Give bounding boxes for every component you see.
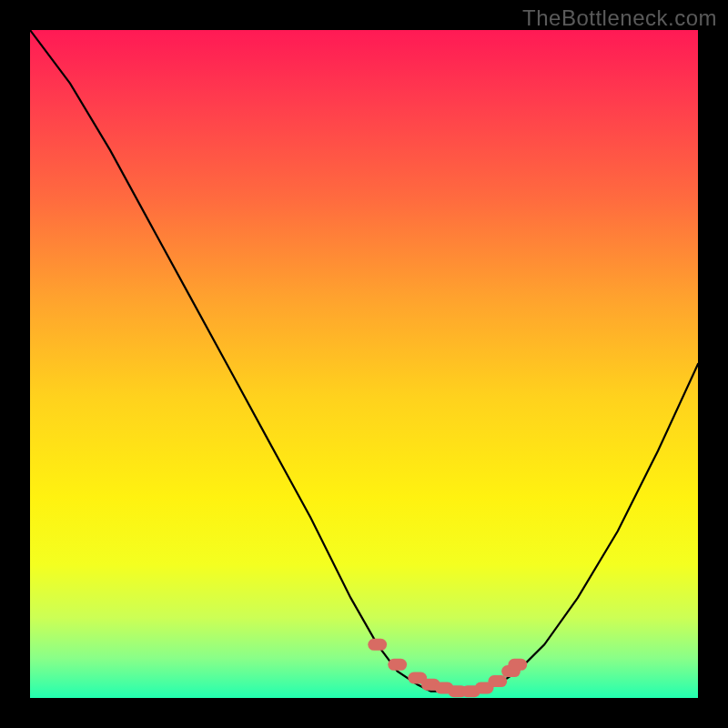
marker-dot xyxy=(368,639,387,651)
marker-dot xyxy=(388,659,407,671)
watermark-text: TheBottleneck.com xyxy=(522,5,717,31)
gradient-background xyxy=(30,30,698,698)
marker-dot xyxy=(508,659,527,671)
plot-area xyxy=(30,30,698,698)
marker-dot xyxy=(488,675,507,687)
chart-svg xyxy=(30,30,698,698)
outer-frame: TheBottleneck.com xyxy=(0,0,728,728)
